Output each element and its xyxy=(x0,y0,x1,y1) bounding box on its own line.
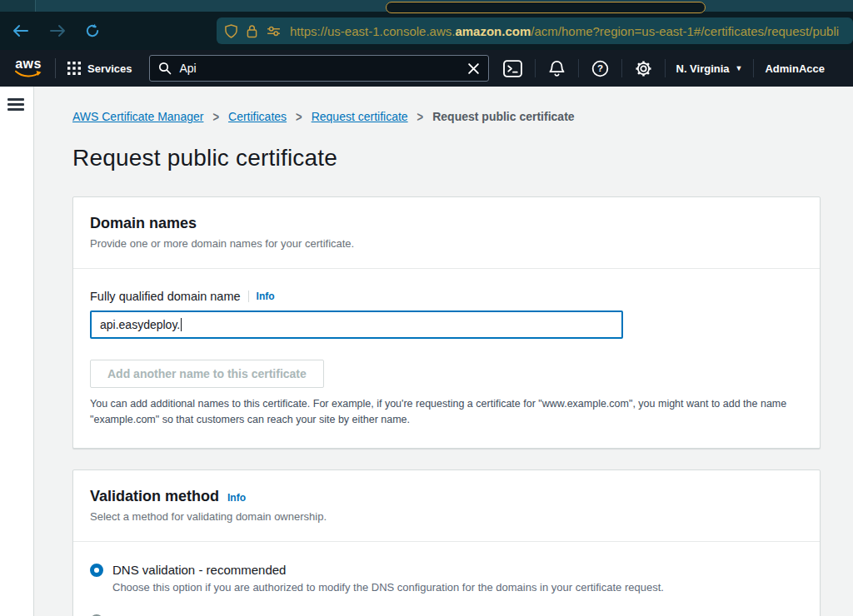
svg-text:?: ? xyxy=(596,63,602,73)
url-text[interactable]: https://us-east-1.console.aws.amazon.com… xyxy=(290,24,839,38)
fqdn-info-link[interactable]: Info xyxy=(257,291,275,302)
tracking-shield-icon[interactable] xyxy=(225,24,237,38)
urlbar-popup-edge xyxy=(386,2,706,13)
dns-validation-label: DNS validation - recommended xyxy=(112,563,286,577)
navbar-divider xyxy=(665,59,666,77)
app-grid-icon xyxy=(67,62,81,75)
settings-button[interactable] xyxy=(633,60,654,77)
cloudshell-terminal-icon xyxy=(503,60,522,77)
navbar-divider xyxy=(535,59,536,77)
hamburger-menu-icon[interactable] xyxy=(7,98,24,111)
side-navigation xyxy=(0,87,34,616)
region-selector[interactable]: N. Virginia ▼ xyxy=(676,62,743,75)
help-icon: ? xyxy=(591,60,609,77)
validation-method-card-header: Validation method Info Select a method f… xyxy=(73,470,820,542)
domain-names-description: Provide one or more domain names for you… xyxy=(90,237,803,250)
breadcrumb-separator: > xyxy=(417,108,424,125)
clear-search-icon[interactable] xyxy=(467,62,480,75)
domain-names-title: Domain names xyxy=(90,215,803,232)
back-icon[interactable] xyxy=(12,23,30,38)
url-post: /acm/home?region=us-east-1#/certificates… xyxy=(531,24,839,38)
email-validation-label: Email validation xyxy=(112,614,200,616)
url-bar[interactable]: https://us-east-1.console.aws.amazon.com… xyxy=(217,17,853,44)
dns-validation-option[interactable]: DNS validation - recommended xyxy=(90,563,803,577)
aws-logo-text: aws xyxy=(15,58,42,70)
navbar-divider xyxy=(753,59,754,77)
services-menu-button[interactable]: Services xyxy=(67,62,132,75)
reload-icon[interactable] xyxy=(85,23,100,38)
domain-names-card-header: Domain names Provide one or more domain … xyxy=(73,197,820,269)
forward-icon[interactable] xyxy=(48,23,67,38)
navbar-divider xyxy=(621,59,622,77)
fqdn-input[interactable]: api.easydeploy. xyxy=(90,310,623,339)
tabstrip-left-segment xyxy=(0,0,36,12)
browser-tabstrip xyxy=(0,0,853,12)
cloudshell-button[interactable] xyxy=(501,60,524,77)
navbar-right-group: ? N. Virginia ▼ AdminAcce xyxy=(501,59,826,77)
account-menu[interactable]: AdminAcce xyxy=(765,62,825,75)
search-value: Api xyxy=(180,62,459,75)
search-icon xyxy=(158,62,172,75)
breadcrumb-link-request-certificate[interactable]: Request certificate xyxy=(312,110,408,123)
breadcrumb-link-acm[interactable]: AWS Certificate Manager xyxy=(72,110,203,123)
email-validation-option[interactable]: Email validation xyxy=(90,614,803,616)
validation-method-title: Validation method Info xyxy=(90,488,803,505)
breadcrumb-link-certificates[interactable]: Certificates xyxy=(228,110,287,123)
add-name-helper-text: You can add additional names to this cer… xyxy=(90,396,803,428)
fqdn-input-value: api.easydeploy. xyxy=(100,318,180,331)
validation-method-card: Validation method Info Select a method f… xyxy=(72,469,821,616)
url-pre: https://us-east-1.console.aws. xyxy=(290,24,455,38)
console-search-input[interactable]: Api xyxy=(149,55,489,82)
services-label: Services xyxy=(87,62,132,75)
navbar-divider xyxy=(55,58,56,78)
aws-console-navbar: aws Services Api xyxy=(0,50,853,87)
help-button[interactable]: ? xyxy=(590,60,611,77)
domain-names-card-body: Fully qualified domain name Info api.eas… xyxy=(73,269,820,448)
navbar-divider xyxy=(578,59,579,77)
url-domain: amazon.com xyxy=(455,24,531,38)
domain-names-card: Domain names Provide one or more domain … xyxy=(72,196,821,449)
dns-validation-radio[interactable] xyxy=(90,564,103,577)
validation-info-link[interactable]: Info xyxy=(227,492,246,504)
browser-toolbar: https://us-east-1.console.aws.amazon.com… xyxy=(0,12,853,50)
dns-validation-description: Choose this option if you are authorized… xyxy=(112,581,803,594)
region-label: N. Virginia xyxy=(676,62,730,75)
fqdn-label: Fully qualified domain name Info xyxy=(90,290,803,303)
gear-icon xyxy=(635,60,652,77)
chevron-down-icon: ▼ xyxy=(736,64,743,72)
validation-method-card-body: DNS validation - recommended Choose this… xyxy=(73,542,820,616)
lock-icon[interactable] xyxy=(247,24,257,38)
validation-method-description: Select a method for validating domain ow… xyxy=(90,510,803,523)
breadcrumb-current: Request public certificate xyxy=(432,110,574,123)
aws-logo[interactable]: aws xyxy=(13,58,43,78)
console-workspace: AWS Certificate Manager > Certificates >… xyxy=(0,87,853,616)
label-divider xyxy=(248,291,249,302)
bell-icon xyxy=(548,60,566,77)
breadcrumb-separator: > xyxy=(212,108,219,125)
breadcrumb-separator: > xyxy=(296,108,302,125)
breadcrumb: AWS Certificate Manager > Certificates >… xyxy=(72,110,821,123)
notifications-button[interactable] xyxy=(546,60,567,77)
main-content: AWS Certificate Manager > Certificates >… xyxy=(34,87,853,616)
permissions-icon[interactable] xyxy=(267,26,281,37)
text-cursor xyxy=(181,318,182,331)
page-title: Request public certificate xyxy=(72,145,821,171)
aws-smile-icon xyxy=(14,70,42,78)
add-another-name-button[interactable]: Add another name to this certificate xyxy=(90,360,324,388)
